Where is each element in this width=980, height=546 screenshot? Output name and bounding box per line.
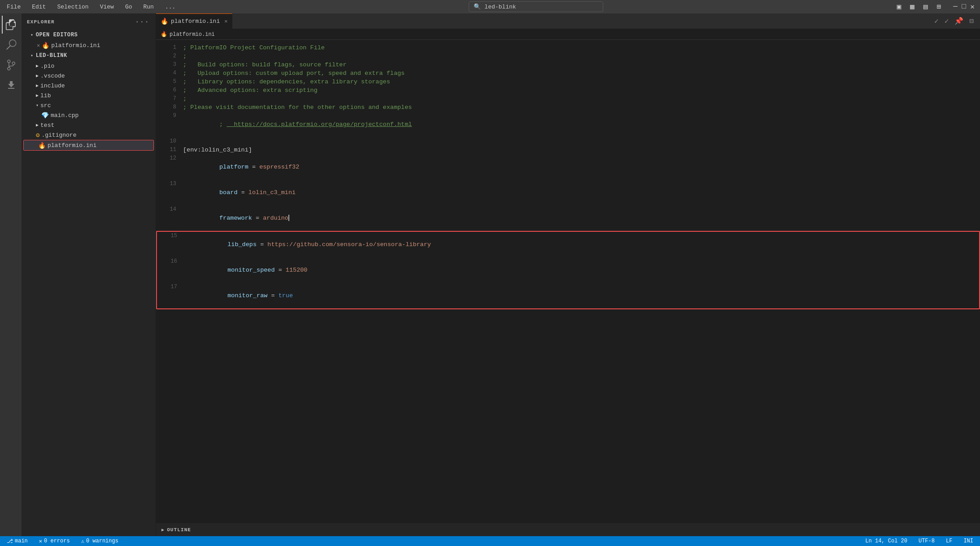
code-line-7: 7 ; [156, 95, 980, 103]
text-cursor [288, 215, 289, 221]
source-control-activity-icon[interactable] [2, 56, 20, 74]
cpp-file-icon: 💎 [41, 112, 49, 119]
git-branch-icon: ⎇ [7, 538, 13, 545]
line-content-7: ; [183, 95, 976, 103]
line-num-13: 13 [161, 180, 176, 188]
led-blink-chevron: ▾ [30, 53, 34, 58]
warnings-status[interactable]: ⚠ 0 warnings [79, 536, 121, 546]
check-double-icon[interactable]: ✓ [943, 16, 951, 26]
tab-file-icon: 🔥 [161, 17, 168, 25]
line-num-14: 14 [161, 205, 176, 214]
code-line-10: 10 [156, 137, 980, 146]
line-content-4: ; Upload options: custom upload port, sp… [183, 69, 976, 78]
pin-icon[interactable]: 📌 [953, 16, 965, 26]
test-label: test [40, 122, 54, 129]
menu-selection[interactable]: Selection [55, 3, 91, 11]
tab-actions: ✓ ✓ 📌 ⊟ [932, 16, 980, 26]
titlebar: File Edit Selection View Go Run ... 🔍 le… [0, 0, 980, 13]
include-chevron: ▶ [36, 83, 39, 88]
line-num-3: 3 [161, 61, 176, 69]
menu-bar: File Edit Selection View Go Run ... [4, 3, 178, 11]
menu-file[interactable]: File [4, 3, 23, 11]
open-editors-title[interactable]: ▾ OPEN EDITORS [22, 30, 156, 39]
line-num-9: 9 [161, 112, 176, 120]
open-editors-list: ✕ 🔥 platformio.ini [22, 39, 156, 51]
maximize-button[interactable]: □ [961, 4, 967, 10]
errors-label: 0 errors [44, 538, 70, 544]
platformio-ini-file-icon: 🔥 [38, 142, 46, 149]
outline-label: OUTLINE [167, 527, 191, 533]
branch-status[interactable]: ⎇ main [4, 536, 30, 546]
line-num-17: 17 [161, 283, 177, 291]
layout-icon-4[interactable]: ⊞ [934, 1, 943, 12]
main-cpp-label: main.cpp [51, 112, 78, 119]
code-line-9: 9 ; https://docs.platformio.org/page/pro… [156, 112, 980, 137]
warning-icon: ⚠ [81, 538, 84, 545]
platformio-ini-highlight-container: 🔥 platformio.ini [23, 140, 154, 151]
menu-edit[interactable]: Edit [30, 3, 48, 11]
sidebar: EXPLORER ··· ▾ OPEN EDITORS ✕ 🔥 platform… [22, 13, 156, 536]
menu-run[interactable]: Run [141, 3, 156, 11]
line-content-9: ; https://docs.platformio.org/page/proje… [183, 112, 976, 137]
code-editor[interactable]: 1 ; PlatformIO Project Configuration Fil… [156, 40, 980, 523]
sidebar-item-pio[interactable]: ▶ .pio [22, 61, 156, 71]
line-content-10 [183, 137, 976, 146]
encoding-status[interactable]: UTF-8 [916, 536, 937, 546]
encoding-label: UTF-8 [919, 538, 935, 544]
sidebar-item-gitignore[interactable]: ⚙ .gitignore [22, 130, 156, 140]
menu-go[interactable]: Go [123, 3, 135, 11]
layout-icon-1[interactable]: ▣ [894, 1, 903, 12]
sidebar-item-main-cpp[interactable]: 💎 main.cpp [22, 110, 156, 120]
breadcrumb-text: platformio.ini [170, 31, 215, 38]
line-col-status[interactable]: Ln 14, Col 20 [863, 536, 910, 546]
menu-view[interactable]: View [98, 3, 116, 11]
sidebar-item-test[interactable]: ▶ test [22, 120, 156, 130]
menu-more[interactable]: ... [163, 3, 178, 11]
search-icon: 🔍 [474, 3, 481, 10]
split-editor-icon[interactable]: ⊟ [967, 16, 976, 26]
line-num-6: 6 [161, 86, 176, 95]
extensions-activity-icon[interactable] [2, 76, 20, 94]
open-editor-platformio-ini[interactable]: ✕ 🔥 platformio.ini [22, 40, 156, 50]
line-num-10: 10 [161, 137, 176, 146]
search-box[interactable]: 🔍 led-blink [469, 1, 603, 12]
sidebar-item-include[interactable]: ▶ include [22, 81, 156, 91]
tabs-bar: 🔥 platformio.ini ✕ ✓ ✓ 📌 ⊟ [156, 13, 980, 29]
vscode-chevron: ▶ [36, 73, 39, 78]
language-status[interactable]: INI [961, 536, 976, 546]
open-editors-section: ▾ OPEN EDITORS ✕ 🔥 platformio.ini [22, 30, 156, 51]
src-chevron: ▾ [36, 103, 39, 108]
minimize-button[interactable]: ─ [952, 4, 958, 10]
sidebar-item-src[interactable]: ▾ src [22, 100, 156, 110]
errors-status[interactable]: ✕ 0 errors [37, 536, 72, 546]
led-blink-title[interactable]: ▾ LED-BLINK [22, 51, 156, 60]
close-icon[interactable]: ✕ [37, 42, 40, 49]
editor-area: 🔥 platformio.ini ✕ ✓ ✓ 📌 ⊟ 🔥 platformio.… [156, 13, 980, 536]
tab-close-icon[interactable]: ✕ [224, 18, 227, 25]
line-content-16: monitor_speed = 115200 [184, 257, 975, 283]
window-buttons: ─ □ ✕ [952, 4, 976, 10]
test-chevron: ▶ [36, 122, 39, 128]
tab-platformio-ini[interactable]: 🔥 platformio.ini ✕ [156, 13, 232, 29]
outline-panel[interactable]: ▶ OUTLINE [156, 523, 980, 536]
sidebar-more-icon[interactable]: ··· [134, 17, 150, 27]
gitignore-label: .gitignore [41, 132, 76, 139]
layout-icon-3[interactable]: ▤ [921, 1, 930, 12]
line-num-2: 2 [161, 52, 176, 61]
sidebar-item-lib[interactable]: ▶ lib [22, 91, 156, 100]
line-content-8: ; Please visit documentation for the oth… [183, 103, 976, 112]
close-button[interactable]: ✕ [969, 4, 976, 10]
layout-icon-2[interactable]: ▦ [908, 1, 917, 12]
platformio-ini-label: platformio.ini [48, 142, 96, 149]
eol-status[interactable]: LF [944, 536, 954, 546]
code-line-5: 5 ; Library options: dependencies, extra… [156, 78, 980, 86]
search-activity-icon[interactable] [2, 36, 20, 54]
code-line-8: 8 ; Please visit documentation for the o… [156, 103, 980, 112]
docs-link[interactable]: https://docs.platformio.org/page/project… [226, 121, 412, 128]
line-content-1: ; PlatformIO Project Configuration File [183, 43, 976, 52]
checkmark-icon[interactable]: ✓ [932, 16, 941, 26]
sidebar-item-platformio-ini[interactable]: 🔥 platformio.ini [24, 140, 153, 150]
explorer-activity-icon[interactable] [2, 16, 20, 34]
sidebar-item-vscode[interactable]: ▶ .vscode [22, 71, 156, 81]
warnings-label: 0 warnings [86, 538, 118, 544]
